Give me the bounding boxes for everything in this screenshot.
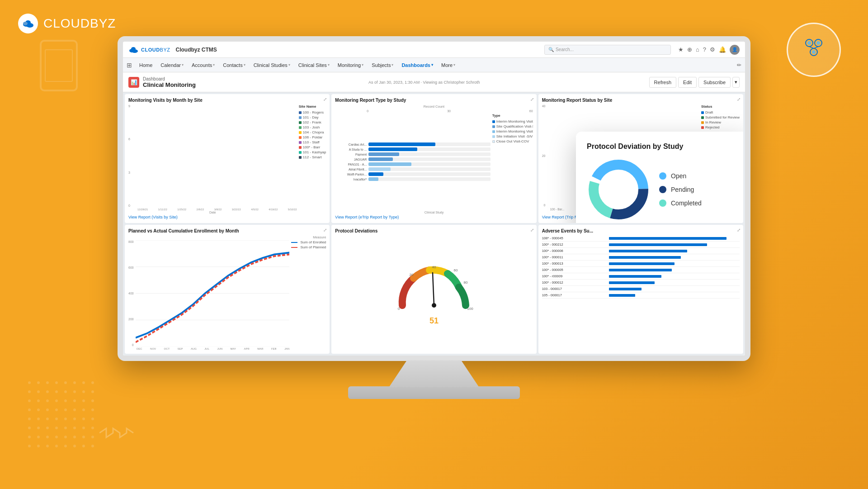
table-row: 100* - 000212 [542, 242, 740, 248]
svg-text:0: 0 [398, 307, 400, 311]
bar-chart-visits [132, 104, 297, 207]
home-icon[interactable]: ⌂ [696, 46, 699, 53]
avatar[interactable]: 👤 [730, 45, 740, 55]
dashboard-grid: Monitoring Visits by Month by Site ⤢ 963… [123, 92, 745, 356]
donut-chart [587, 158, 650, 221]
gauge-container: 0 20 40 60 80 100 51 [335, 235, 533, 350]
dropdown-button[interactable]: ▾ [732, 77, 740, 88]
date-label: Date [128, 211, 297, 214]
monitoring-visits-title: Monitoring Visits by Month by Site [128, 98, 326, 103]
report-type-view-report[interactable]: View Report (eTrip Report by Type) [335, 214, 533, 219]
app-logo: CLOUDBYZ [128, 46, 170, 53]
svg-line-12 [809, 47, 814, 48]
x-axis-labels: 03060 [335, 109, 533, 113]
edit-button[interactable]: Edit [678, 77, 697, 88]
visits-view-report[interactable]: View Report (Visits by Site) [128, 214, 326, 219]
star-icon[interactable]: ★ [678, 46, 684, 53]
top-right-decoration [787, 23, 841, 77]
expand-icon-2[interactable]: ⤢ [530, 97, 534, 102]
table-row: 108* - 000045 [542, 235, 740, 242]
plus-icon[interactable]: ⊕ [687, 46, 692, 53]
svg-text:60: 60 [454, 268, 458, 272]
app-name: Cloudbyz CTMS [176, 47, 217, 53]
svg-line-35 [433, 273, 434, 305]
nav-home[interactable]: Home [136, 61, 156, 70]
screen-content: CLOUDBYZ Cloudbyz CTMS 🔍 Search... ★ ⊕ ⌂… [123, 42, 745, 356]
table-row: 100* - 000013 [542, 261, 740, 267]
nav-clinical-studies[interactable]: Clinical Studies ▾ [250, 61, 294, 70]
breadcrumb: Dashboard Clinical Monitoring [143, 76, 196, 88]
nav-calendar[interactable]: Calendar ▾ [157, 61, 187, 70]
measure-label: Measure [128, 235, 326, 239]
enrollment-content: 8006004002000 [128, 240, 326, 350]
nav-accounts[interactable]: Accounts ▾ [188, 61, 218, 70]
nav-clinical-sites[interactable]: Clinical Sites ▾ [295, 61, 333, 70]
monitor: CLOUDBYZ Cloudbyz CTMS 🔍 Search... ★ ⊕ ⌂… [118, 36, 750, 453]
svg-text:80: 80 [464, 280, 468, 285]
expand-icon-5[interactable]: ⤢ [530, 228, 534, 233]
search-icon: 🔍 [548, 47, 554, 52]
legend-pending: Pending [659, 186, 702, 193]
pending-dot [659, 186, 666, 193]
bg-decoration [36, 36, 90, 101]
nav-contacts[interactable]: Contacts ▾ [219, 61, 249, 70]
logo: CLOUDBYZ [18, 14, 116, 33]
report-type-content: Cardiac Art... A Study to ... Figment JA… [335, 114, 533, 210]
nav-icons: ★ ⊕ ⌂ ? ⚙ 🔔 👤 [678, 45, 740, 55]
monitor-screen: CLOUDBYZ Cloudbyz CTMS 🔍 Search... ★ ⊕ ⌂… [118, 36, 750, 361]
nav-subjects[interactable]: Subjects ▾ [368, 61, 397, 70]
monitoring-visits-card: Monitoring Visits by Month by Site ⤢ 963… [125, 94, 330, 223]
svg-text:20: 20 [410, 273, 414, 277]
svg-text:40: 40 [432, 265, 436, 269]
deviation-overlay-title: Protocol Deviation by Study [587, 142, 737, 151]
svg-point-14 [807, 41, 811, 45]
table-row: 100* - r00009 [542, 273, 740, 280]
expand-icon-3[interactable]: ⤢ [737, 97, 741, 102]
subscribe-button[interactable]: Subscribe [698, 77, 731, 88]
settings-icon[interactable]: ⚙ [710, 46, 715, 53]
nav-monitoring[interactable]: Monitoring ▾ [334, 61, 367, 70]
report-type-bars: Cardiac Art... A Study to ... Figment JA… [335, 114, 490, 210]
expand-icon-6[interactable]: ⤢ [737, 228, 741, 233]
table-row: 100* - 000006 [542, 248, 740, 254]
y-axis-visits: 9630 [128, 104, 131, 207]
record-count-label: Record Count [335, 104, 533, 109]
expand-icon-1[interactable]: ⤢ [323, 97, 327, 102]
svg-point-36 [432, 303, 436, 308]
svg-rect-1 [45, 50, 72, 81]
y-axis-status: 40200 [542, 104, 547, 207]
nav-more[interactable]: More ▾ [438, 61, 459, 70]
protocol-deviation-overlay: Protocol Deviation by Study [576, 132, 743, 223]
grid-icon[interactable]: ⊞ [127, 62, 132, 69]
expand-icon-4[interactable]: ⤢ [323, 228, 327, 233]
svg-rect-4 [27, 380, 99, 453]
svg-point-15 [816, 41, 820, 45]
open-dot [659, 172, 666, 180]
table-row: 103 - 000017 [542, 286, 740, 292]
cumulative-enrollment-card: Planned vs Actual Cumulative Enrollment … [125, 225, 330, 354]
monitoring-report-type-title: Monitoring Report Type by Study [335, 98, 533, 103]
svg-point-16 [812, 50, 816, 54]
adverse-events-title: Adverse Events by Su... [542, 228, 740, 233]
refresh-button[interactable]: Refresh [649, 77, 677, 88]
protocol-deviations-card: Protocol Deviations ⤢ [331, 225, 536, 354]
nav-dashboards[interactable]: Dashboards ▾ [398, 61, 437, 70]
clinical-study-label: Clinical Study [335, 211, 533, 214]
y-axis-enrollment: 8006004002000 [128, 240, 135, 347]
edit-pencil-icon[interactable]: ✏ [737, 62, 741, 68]
svg-rect-0 [41, 41, 77, 90]
bell-icon[interactable]: 🔔 [719, 46, 726, 53]
table-row: 100* - 000011 [542, 254, 740, 261]
adverse-events-table: 108* - 000045 100* - 000212 100* - 00000… [542, 235, 740, 350]
completed-dot [659, 199, 666, 207]
search-bar[interactable]: 🔍 Search... [544, 45, 671, 55]
deviation-legend: Open Pending Completed [659, 172, 702, 207]
dashboard-subtitle: As of Jan 30, 2023, 1:30 AM · Viewing as… [368, 80, 480, 85]
dashboard-title-area: 📊 Dashboard Clinical Monitoring [128, 76, 196, 88]
gauge-value: 51 [429, 316, 439, 326]
table-row: 100* - 000012 [542, 280, 740, 286]
help-icon[interactable]: ? [703, 46, 706, 53]
monitoring-report-status-card: Monitoring Report Status by Site ⤢ 40200 [538, 94, 743, 223]
monitoring-report-status-title: Monitoring Report Status by Site [542, 98, 740, 103]
svg-point-19 [131, 47, 136, 51]
